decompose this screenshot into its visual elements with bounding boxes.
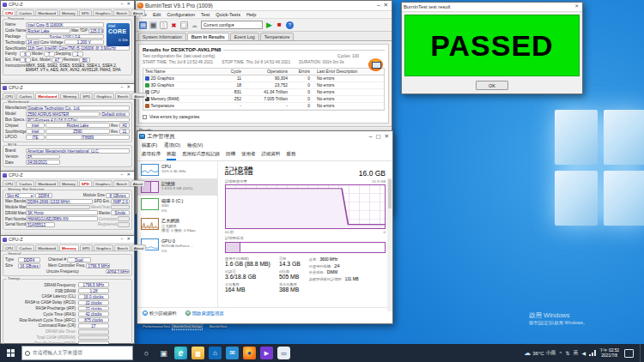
cpuz-tab[interactable]: Mainboard — [35, 180, 58, 186]
cpuz-titlebar[interactable]: CPU-Z – ✕ — [1, 84, 134, 92]
cpuz-tab[interactable]: Mainboard — [35, 244, 58, 250]
cpuz-tab[interactable]: About — [131, 9, 145, 15]
close-icon[interactable]: ✕ — [125, 237, 132, 241]
cpuz-tab[interactable]: SPD — [79, 9, 92, 15]
fewer-details-button[interactable]: ∧ 較少詳細資料 — [143, 311, 177, 317]
close-icon[interactable]: ✕ — [125, 172, 132, 177]
file-explorer-icon[interactable]: ▆ — [191, 347, 204, 359]
cpuz-tab[interactable]: Mainboard — [35, 93, 59, 99]
cpuz-tab[interactable]: Mainboard — [35, 9, 58, 15]
media-app-icon[interactable]: ▶ — [260, 347, 273, 359]
menu-item[interactable]: Test — [201, 12, 210, 17]
burnintest-tab[interactable]: Event Log — [230, 33, 259, 40]
menu-item[interactable]: Quick-Tests — [216, 12, 240, 17]
table-row[interactable]: 2D Graphics 11 90,304 0 No errors — [143, 75, 384, 82]
report-icon[interactable]: ▤ — [139, 21, 147, 29]
ime-indicator[interactable]: 英 — [573, 349, 578, 357]
cpuz-tab[interactable]: About — [131, 93, 146, 99]
network-icon[interactable] — [589, 350, 596, 356]
cpuz-tab[interactable]: CPU — [3, 9, 15, 15]
task-manager-tab[interactable]: 詳細資料 — [262, 151, 281, 160]
menu-item[interactable]: 選項(O) — [164, 142, 180, 148]
cpuz-tab[interactable]: CPU — [3, 244, 15, 250]
menu-item[interactable]: Edit — [153, 12, 161, 17]
cpuz-titlebar[interactable]: CPU-Z – ✕ — [1, 236, 134, 244]
delete-icon[interactable]: ✖ — [170, 21, 178, 29]
stop-test-icon[interactable]: ■ — [276, 21, 283, 29]
edge-icon[interactable]: e — [174, 347, 187, 359]
cpuz-tab[interactable]: SPD — [80, 93, 93, 99]
close-icon[interactable]: ✕ — [382, 3, 390, 9]
cpuz-tab[interactable]: About — [131, 244, 146, 250]
cpuz-tab[interactable]: Memory — [59, 180, 78, 186]
burnintest-tab[interactable]: Temperature — [260, 33, 295, 40]
cpuz-tab[interactable]: Bench — [114, 244, 130, 250]
cpuz-tab[interactable]: Graphics — [93, 9, 113, 15]
minimize-icon[interactable]: – — [368, 134, 374, 140]
tray-chevron-icon[interactable]: ^ — [560, 351, 562, 356]
cortana-icon[interactable]: ○ — [140, 347, 153, 359]
menu-item[interactable]: Help — [246, 12, 256, 17]
minimize-icon[interactable]: – — [118, 85, 125, 89]
task-manager-tab[interactable]: 處理程序 — [142, 151, 161, 160]
checkbox[interactable] — [143, 115, 147, 119]
speaker-icon[interactable]: ◀ — [581, 350, 586, 356]
close-icon[interactable]: ✕ — [383, 134, 391, 140]
weather-widget[interactable]: ☁ 36°C 小雨 — [524, 349, 556, 357]
cpuz-tab[interactable]: Memory — [60, 93, 79, 99]
table-row[interactable]: Temperature - - 0 No errors — [143, 103, 384, 110]
maximize-icon[interactable]: ▢ — [374, 134, 382, 140]
sidebar-item-cpu[interactable]: CPU 10% 5.36 GHz — [137, 161, 217, 178]
help-icon[interactable]: ? — [286, 21, 294, 29]
minimize-icon[interactable]: – — [375, 3, 382, 9]
open-resource-monitor-link[interactable]: ▤ 開啟資源監視器 — [185, 311, 224, 317]
menu-item[interactable]: 檢視(V) — [187, 142, 203, 148]
task-manager-tab[interactable]: 開機 — [226, 151, 235, 160]
updown-icon[interactable]: ⇅ — [565, 350, 569, 356]
sidebar-item-memory[interactable]: 記憶體 1.6/15.9 GB (10%) — [137, 178, 217, 196]
task-view-icon[interactable]: ▣ — [157, 347, 170, 359]
cpuz-tab[interactable]: Memory — [59, 244, 79, 250]
cpuz-tab[interactable]: Caches — [16, 93, 34, 99]
task-manager-titlebar[interactable]: 工作管理員 – ▢ ✕ — [137, 131, 392, 142]
sidebar-item-gpu[interactable]: GPU 0 NVIDIA GeForce ... 1% — [137, 236, 217, 256]
mail-icon[interactable]: ✉ — [226, 347, 239, 359]
burnintest-tab[interactable]: Burn In Results — [187, 33, 229, 40]
cpuz-titlebar[interactable]: CPU-Z – ✕ — [1, 172, 134, 179]
start-button[interactable] — [0, 344, 21, 362]
cpuz-tab[interactable]: Caches — [16, 244, 34, 250]
table-row[interactable]: Memory (RAM) 252 7.005 Trillion 0 No err… — [143, 96, 384, 103]
close-icon[interactable]: ✕ — [573, 4, 580, 9]
print-icon[interactable]: ▦ — [149, 21, 157, 29]
passed-titlebar[interactable]: BurnInTest test result ✕ — [402, 3, 582, 12]
copy-icon[interactable]: ❏ — [180, 21, 188, 29]
close-icon[interactable]: ✕ — [125, 2, 132, 6]
slot-select[interactable]: Slot #2▾ — [5, 193, 34, 198]
cpuz-tab[interactable]: SPD — [79, 180, 92, 186]
chat-app-icon[interactable]: ▭ — [277, 347, 290, 359]
cpuz-tab[interactable]: Bench — [113, 9, 129, 15]
burnintest-titlebar[interactable]: BurnInTest V9.1 Pro (1009) – ✕ — [136, 1, 392, 11]
task-manager-tab[interactable]: 效能 — [167, 151, 176, 160]
cpuz-tab[interactable]: Bench — [113, 180, 129, 186]
cpuz-tab[interactable]: About — [131, 180, 145, 186]
browser-icon[interactable]: ● — [243, 347, 256, 359]
minimize-icon[interactable]: – — [118, 237, 125, 241]
cpuz-tab[interactable]: Graphics — [93, 180, 113, 186]
minimize-icon[interactable]: – — [118, 2, 125, 6]
cpuz-tab[interactable]: Memory — [59, 9, 78, 15]
search-input[interactable]: 在這裡輸入文字來搜尋 — [21, 346, 133, 360]
task-manager-tab[interactable]: 應用程式歷程記錄 — [182, 151, 220, 160]
scrollbar[interactable] — [387, 178, 392, 311]
sidebar-item-disk[interactable]: 磁碟 0 (C:) SSD 0% — [137, 196, 217, 215]
cpuz-tab[interactable]: Graphics — [94, 93, 114, 99]
table-row[interactable]: CPU 831 41.34 Trillion 0 No errors — [143, 89, 384, 96]
cpuz-tab[interactable]: Caches — [16, 180, 34, 186]
start-test-icon[interactable]: ▶ — [265, 21, 273, 29]
close-icon[interactable]: ✕ — [125, 85, 132, 89]
cpuz-tab[interactable]: CPU — [3, 93, 15, 99]
burnintest-tab[interactable]: System Information — [138, 33, 186, 40]
cpuz-tab[interactable]: CPU — [3, 180, 15, 186]
ok-button[interactable]: OK — [476, 81, 508, 90]
tray-clock[interactable]: 下午 02:52 2021/7/8 — [599, 348, 619, 359]
